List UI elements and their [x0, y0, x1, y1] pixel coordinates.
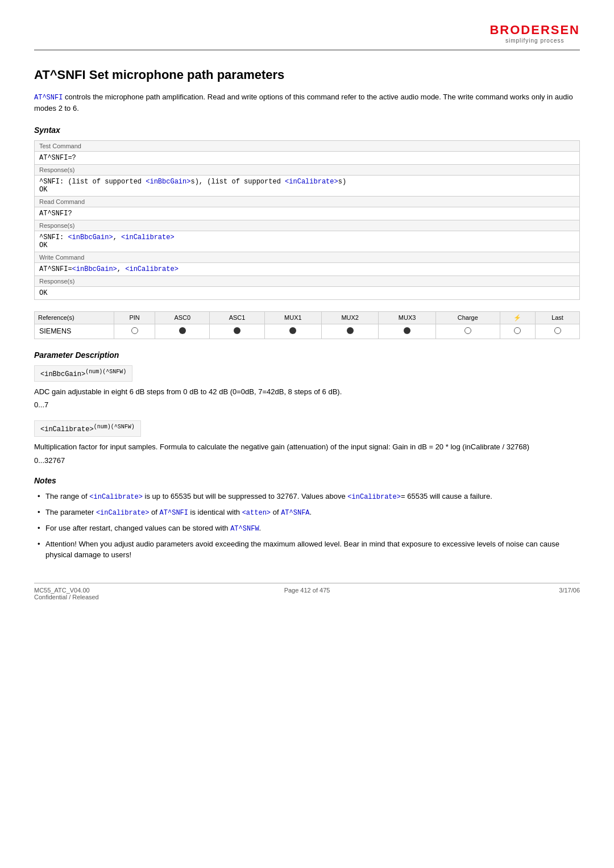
circle-empty-icon — [514, 327, 521, 334]
footer-doc-id: MC55_ATC_V04.00 — [34, 587, 216, 594]
param-inbbcgain-desc: ADC gain adjustable in eight 6 dB steps … — [34, 386, 580, 398]
ref-header-asc1: ASC1 — [210, 311, 264, 324]
page-footer: MC55_ATC_V04.00 Confidential / Released … — [34, 583, 580, 600]
ref-siemens: SIEMENS — [35, 324, 114, 339]
footer-date: 3/17/06 — [398, 587, 580, 600]
footer-status: Confidential / Released — [34, 594, 216, 600]
read-ok: OK — [39, 241, 47, 249]
page-header: BRODERSEN simplifying process — [34, 23, 580, 51]
param-desc-heading: Parameter Description — [34, 350, 580, 360]
test-response-label-row: Response(s) — [35, 164, 580, 175]
read-command-label-row: Read Command — [35, 196, 580, 207]
logo-subtitle: simplifying process — [489, 37, 580, 44]
circle-empty-icon — [554, 327, 561, 334]
ref-header-row: Reference(s) PIN ASC0 ASC1 MUX1 MUX2 MUX… — [35, 311, 580, 324]
param-inbbcgain-range: 0...7 — [34, 400, 580, 409]
write-command-label: Write Command — [35, 252, 580, 262]
ref-mux3 — [379, 324, 435, 339]
footer-left: MC55_ATC_V04.00 Confidential / Released — [34, 587, 216, 600]
test-command-label-row: Test Command — [35, 140, 580, 151]
circle-filled-icon — [347, 327, 354, 334]
list-item: Attention! When you adjust audio paramet… — [34, 539, 580, 561]
write-ok-row: OK — [35, 286, 580, 299]
param-incalibrate-name: <inCalibrate> — [40, 425, 94, 433]
notes-list: The range of <inCalibrate> is up to 6553… — [34, 491, 580, 561]
read-command-cmd: AT^SNFI? — [35, 207, 580, 220]
table-row: SIEMENS — [35, 324, 580, 339]
ref-pin — [114, 324, 155, 339]
ref-header-mux1: MUX1 — [264, 311, 321, 324]
read-response-label-row: Response(s) — [35, 220, 580, 231]
list-item: The parameter <inCalibrate> of AT^SNFI i… — [34, 507, 580, 518]
read-response-label: Response(s) — [35, 220, 580, 231]
write-ok: OK — [35, 286, 580, 299]
logo-highlight: BR — [489, 23, 510, 37]
param-inbbcgain: <inBbcGain>(num)(^SNFW) ADC gain adjusta… — [34, 365, 580, 410]
notes-heading: Notes — [34, 476, 580, 485]
ref-header-label: Reference(s) — [35, 311, 114, 324]
list-item: For use after restart, changed values ca… — [34, 523, 580, 534]
logo-name: ODERSEN — [510, 23, 580, 37]
syntax-table: Test Command AT^SNFI=? Response(s) ^SNFI… — [34, 140, 580, 300]
ref-charge — [435, 324, 500, 339]
circle-filled-icon — [234, 327, 240, 334]
write-command-label-row: Write Command — [35, 252, 580, 262]
write-response-label: Response(s) — [35, 276, 580, 286]
read-response-text: ^SNFI: <inBbcGain>, <inCalibrate> OK — [35, 231, 580, 252]
ref-header-icon: ⚡ — [500, 311, 535, 324]
test-response-row: ^SNFI: (list of supported <inBbcGain>s),… — [35, 175, 580, 196]
circle-filled-icon — [404, 327, 410, 334]
test-command-cmd: AT^SNFI=? — [35, 151, 580, 164]
test-command-row: AT^SNFI=? — [35, 151, 580, 164]
circle-empty-icon — [131, 327, 138, 334]
syntax-heading: Syntax — [34, 126, 580, 135]
test-response-label: Response(s) — [35, 164, 580, 175]
read-command-row: AT^SNFI? — [35, 207, 580, 220]
read-response-row: ^SNFI: <inBbcGain>, <inCalibrate> OK — [35, 231, 580, 252]
param-inbbcgain-sup: (num)(^SNFW) — [85, 369, 126, 375]
ref-header-mux3: MUX3 — [379, 311, 435, 324]
param-incalibrate-box: <inCalibrate>(num)(^SNFW) — [34, 420, 141, 437]
test-response-text: ^SNFI: (list of supported <inBbcGain>s),… — [35, 175, 580, 196]
logo: BRODERSEN simplifying process — [489, 23, 580, 44]
test-command-label: Test Command — [35, 140, 580, 151]
test-ok: OK — [39, 186, 47, 194]
circle-filled-icon — [289, 327, 296, 334]
circle-empty-icon — [464, 327, 471, 334]
param-incalibrate-range: 0...32767 — [34, 456, 580, 465]
intro-code: AT^SNFI — [34, 94, 63, 102]
param-incalibrate-sup: (num)(^SNFW) — [94, 424, 135, 430]
references-table: Reference(s) PIN ASC0 ASC1 MUX1 MUX2 MUX… — [34, 311, 580, 339]
ref-last — [536, 324, 580, 339]
param-incalibrate: <inCalibrate>(num)(^SNFW) Multiplication… — [34, 420, 580, 465]
ref-header-charge: Charge — [435, 311, 500, 324]
ref-mux1 — [264, 324, 321, 339]
write-command-cmd: AT^SNFI=<inBbcGain>, <inCalibrate> — [35, 262, 580, 276]
section-title: AT^SNFI Set microphone path parameters — [34, 68, 580, 82]
list-item: The range of <inCalibrate> is up to 6553… — [34, 491, 580, 502]
footer-page: Page 412 of 475 — [216, 587, 398, 600]
ref-asc0 — [155, 324, 210, 339]
ref-header-mux2: MUX2 — [322, 311, 379, 324]
intro-text: controls the microphone path amplificati… — [34, 93, 573, 112]
ref-bolt — [500, 324, 535, 339]
write-command-row: AT^SNFI=<inBbcGain>, <inCalibrate> — [35, 262, 580, 276]
param-inbbcgain-name: <inBbcGain> — [40, 370, 85, 378]
circle-filled-icon — [179, 327, 186, 334]
ref-mux2 — [322, 324, 379, 339]
ref-header-last: Last — [536, 311, 580, 324]
ref-header-pin: PIN — [114, 311, 155, 324]
intro-paragraph: AT^SNFI controls the microphone path amp… — [34, 91, 580, 114]
param-incalibrate-desc: Multiplication factor for input samples.… — [34, 441, 580, 453]
write-response-label-row: Response(s) — [35, 276, 580, 286]
ref-header-asc0: ASC0 — [155, 311, 210, 324]
read-command-label: Read Command — [35, 196, 580, 207]
ref-asc1 — [210, 324, 264, 339]
param-inbbcgain-box: <inBbcGain>(num)(^SNFW) — [34, 365, 132, 382]
